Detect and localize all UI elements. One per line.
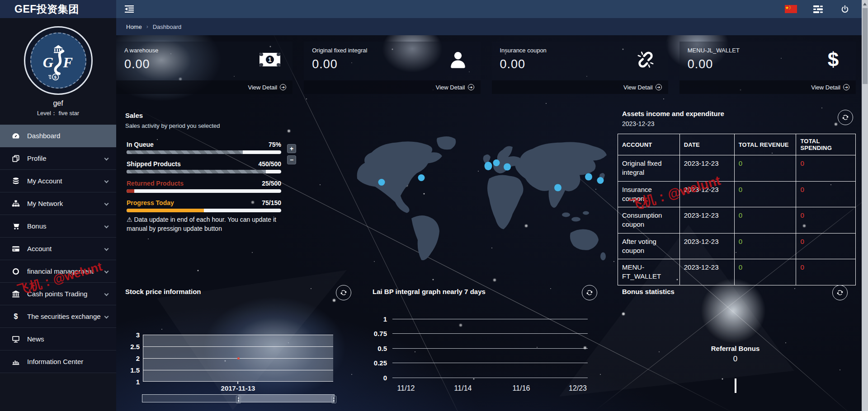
table-row: Original fixed integral 2023-12-23 0 0: [618, 155, 856, 182]
datazoom-left-handle[interactable]: [236, 396, 241, 403]
top-navbar: [116, 0, 868, 18]
stock-title: Stock price information: [125, 288, 356, 295]
view-detail-link[interactable]: View Detail ➔: [116, 80, 292, 94]
sidebar-item-dashboard[interactable]: Dashboard: [0, 125, 116, 147]
power-icon: [841, 5, 849, 14]
bonus-chart-center: Referral Bonus 0: [615, 345, 856, 364]
warning-icon: ⚠: [127, 216, 134, 223]
refresh-button[interactable]: [838, 110, 853, 125]
arrow-circle-icon: ➔: [843, 84, 849, 90]
sitemap-icon: [12, 200, 20, 208]
scrollbar-up-arrow[interactable]: [863, 3, 867, 5]
sidebar-toggle-icon[interactable]: [123, 4, 135, 14]
stock-data-point: [237, 357, 240, 360]
view-detail-link[interactable]: View Detail ➔: [492, 80, 668, 94]
view-detail-label: View Detail: [811, 84, 840, 91]
chevron-down-icon: [104, 247, 109, 251]
sidebar-item-securities-exchange[interactable]: $ The securities exchange: [0, 305, 116, 328]
datazoom-right-handle[interactable]: [331, 396, 336, 403]
refresh-button[interactable]: [336, 285, 351, 300]
starfield-glow-decoration: [116, 35, 118, 37]
language-flag-button[interactable]: [784, 4, 797, 14]
chevron-down-icon: [104, 269, 109, 274]
bonus-title: Bonus statistics: [622, 288, 856, 295]
outdent-icon: [125, 5, 134, 13]
cell-account: After voting coupon: [618, 233, 680, 259]
scrollbar-thumb[interactable]: [863, 8, 868, 84]
refresh-button[interactable]: [582, 285, 597, 300]
sidebar-item-financial-management[interactable]: financial management: [0, 260, 116, 283]
y-tick-label: 1.5: [122, 366, 140, 374]
sidebar-item-my-account[interactable]: My Account: [0, 170, 116, 192]
main-content: A warehouse 0.00 1 View Detail ➔ Origina…: [116, 35, 862, 411]
view-detail-link[interactable]: View Detail ➔: [679, 80, 856, 94]
y-tick-label: 1: [122, 378, 140, 386]
logout-button[interactable]: [838, 4, 852, 14]
datazoom-slider[interactable]: [142, 394, 335, 402]
progress-label: Shipped Products: [127, 160, 181, 168]
cell-spending: 0: [796, 155, 856, 182]
cell-revenue: 0: [734, 233, 796, 259]
progress-in-queue: In Queue 75%: [127, 141, 281, 154]
decrease-button[interactable]: −: [287, 155, 296, 164]
user-name: gef: [0, 99, 116, 107]
increase-button[interactable]: +: [287, 144, 296, 153]
x-tick-label: 11/14: [454, 384, 472, 392]
arrow-circle-icon: ➔: [468, 84, 474, 90]
avatar: G F $: [24, 26, 93, 95]
map-continents: [357, 136, 607, 261]
assets-panel: Assets income and expenditure 2023-12-23…: [618, 105, 856, 277]
y-tick-label: 2: [122, 355, 140, 362]
sidebar-item-news[interactable]: News: [0, 328, 116, 350]
bar-chart-icon: [12, 358, 20, 366]
progress-value: 75/150: [262, 199, 281, 206]
refresh-icon: [836, 289, 844, 296]
y-tick-label: 0.75: [369, 330, 387, 337]
page-scrollbar[interactable]: [862, 0, 868, 411]
sidebar-item-profile[interactable]: Profile: [0, 147, 116, 170]
progress-label: Returned Products: [127, 180, 184, 187]
sidebar-item-label: financial management: [27, 267, 94, 275]
table-row: Consumption coupon 2023-12-23 0 0: [618, 207, 856, 234]
progress-bar: [127, 189, 281, 193]
sidebar-item-label: Information Center: [27, 358, 83, 365]
cell-account: Consumption coupon: [618, 207, 680, 234]
x-tick-label: 2017-11-13: [143, 384, 333, 392]
x-tick-label: 12/23: [569, 384, 587, 392]
datazoom-selected-range[interactable]: [238, 395, 334, 402]
sidebar-item-information-center[interactable]: Information Center: [0, 350, 116, 373]
sidebar-item-cash-points-trading[interactable]: Cash points Trading: [0, 283, 116, 305]
sidebar-item-account[interactable]: Account: [0, 238, 116, 260]
bonus-statistics-panel: Bonus statistics Referral Bonus 0: [615, 281, 856, 410]
stock-plot-area: [143, 335, 333, 382]
cart-icon: [12, 222, 20, 230]
stat-card-menu-jl-wallet: MENU-JL_WALLET 0.00 $ View Detail ➔: [679, 42, 856, 94]
view-detail-label: View Detail: [436, 84, 465, 91]
sidebar-item-label: Dashboard: [27, 132, 60, 140]
chevron-down-icon: [104, 224, 109, 229]
app-logo-bar: GEF投资集团: [0, 0, 116, 18]
breadcrumb-home[interactable]: Home: [126, 23, 142, 30]
column-header-account: ACCOUNT: [618, 134, 680, 155]
sidebar-item-label: Bonus: [27, 222, 47, 230]
bonus-value: 0: [615, 355, 856, 364]
server-list-button[interactable]: [811, 4, 825, 14]
sales-subtitle: Sales activity by period you selected: [125, 122, 297, 129]
view-detail-link[interactable]: View Detail ➔: [304, 80, 480, 94]
refresh-button[interactable]: [832, 285, 848, 300]
progress-value: 450/500: [258, 160, 281, 168]
database-icon: [12, 177, 20, 185]
x-tick-label: 11/12: [397, 384, 415, 392]
progress-label: In Queue: [127, 141, 154, 148]
progress-today: Progress Today 75/150: [127, 199, 281, 212]
sidebar: G F $ gef Level： five star: [0, 18, 116, 411]
chevron-down-icon: [104, 156, 109, 161]
y-tick-label: 2.5: [122, 343, 140, 350]
sidebar-item-bonus[interactable]: Bonus: [0, 215, 116, 238]
app-title: GEF投资集团: [14, 2, 79, 16]
sidebar-item-my-network[interactable]: My Network: [0, 192, 116, 215]
view-detail-label: View Detail: [248, 84, 277, 91]
chevron-down-icon: [104, 314, 109, 319]
sidebar-menu: Dashboard Profile My Account: [0, 125, 116, 373]
svg-text:G: G: [42, 54, 53, 70]
